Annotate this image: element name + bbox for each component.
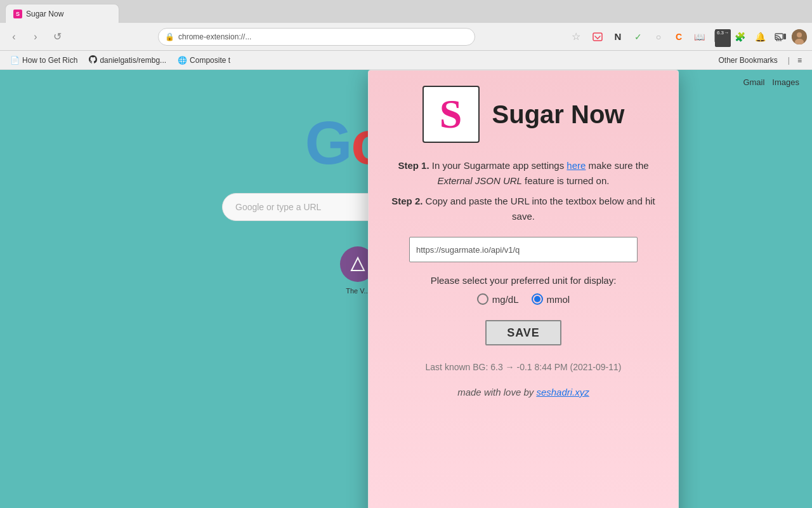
- last-known-text: Last known BG: 6.3 → -0.1 8:44 PM (2021-…: [426, 362, 622, 372]
- popup-body: Step 1. In your Sugarmate app settings h…: [390, 158, 657, 224]
- nav-bar: ‹ › ↺ 🔒 chrome-extension://... ☆ N ✓ ○ C…: [0, 23, 812, 51]
- svg-rect-0: [593, 33, 602, 41]
- other-bookmarks-divider: |: [788, 56, 790, 65]
- star-button[interactable]: ☆: [567, 28, 585, 46]
- step1-cont: make sure the: [589, 160, 649, 171]
- svg-point-4: [797, 32, 802, 37]
- popup-logo-letter: S: [440, 91, 462, 138]
- sugar-now-popup: S Sugar Now Step 1. In your Sugarmate ap…: [368, 70, 679, 508]
- mmol-label: mmol: [547, 294, 570, 305]
- toolbar-icons: N ✓ ○ C 📖 S 6.3→ 🧩 🔔: [589, 28, 807, 46]
- unit-label: Please select your preferred unit for di…: [431, 275, 617, 286]
- active-tab[interactable]: S Sugar Now: [5, 4, 119, 23]
- search-placeholder: Google or type a URL: [235, 202, 321, 212]
- extensions-icon-button[interactable]: 🧩: [731, 28, 749, 46]
- browser-chrome: S Sugar Now ‹ › ↺ 🔒 chrome-extension://.…: [0, 0, 812, 70]
- mgdl-option[interactable]: mg/dL: [477, 293, 519, 305]
- mgdl-label: mg/dL: [492, 294, 519, 305]
- pocket-icon-button[interactable]: [589, 28, 606, 46]
- tab-bar: S Sugar Now: [0, 0, 812, 23]
- bookmarks-menu-icon: ≡: [797, 56, 802, 65]
- popup-header: S Sugar Now: [422, 86, 625, 143]
- tab-title: Sugar Now: [26, 10, 63, 18]
- made-with: made with love by seshadri.xyz: [457, 387, 589, 398]
- notifications-icon-button[interactable]: 🔔: [751, 28, 769, 46]
- url-text: chrome-extension://...: [178, 32, 251, 41]
- bookmark-favicon-1: 📄: [10, 56, 20, 65]
- step2-text: Copy and paste the URL into the textbox …: [422, 196, 655, 222]
- address-bar-wrap: 🔒 chrome-extension://...: [70, 28, 563, 46]
- step1-text: In your Sugarmate app settings: [429, 160, 567, 171]
- address-bar[interactable]: 🔒 chrome-extension://...: [158, 28, 475, 46]
- seshadri-link[interactable]: seshadri.xyz: [536, 387, 589, 398]
- unit-section: Please select your preferred unit for di…: [431, 275, 617, 305]
- made-with-text: made with love by: [457, 387, 536, 398]
- gmail-link[interactable]: Gmail: [743, 77, 764, 87]
- page-content: Gmail Images Google Google or type a URL…: [0, 70, 812, 508]
- bookmark-label-1: How to Get Rich: [22, 56, 77, 65]
- tab-favicon: S: [13, 10, 22, 18]
- mgdl-radio[interactable]: [477, 293, 488, 305]
- bookmarks-bar: 📄 How to Get Rich danielgatis/rembg... 🌐…: [0, 51, 812, 70]
- lock-icon: 🔒: [165, 32, 174, 41]
- other-bookmarks-label: Other Bookmarks: [718, 56, 777, 65]
- crunchyroll-icon-button[interactable]: C: [670, 28, 688, 46]
- last-known-bg: Last known BG: 6.3 → -0.1 8:44 PM (2021-…: [426, 361, 622, 374]
- refresh-button[interactable]: ↺: [48, 28, 66, 46]
- mmol-radio[interactable]: [532, 293, 543, 305]
- user-avatar[interactable]: [792, 29, 807, 44]
- forward-button[interactable]: ›: [27, 28, 44, 46]
- bookmark-how-to-get-rich[interactable]: 📄 How to Get Rich: [5, 55, 82, 66]
- step2-label: Step 2.: [391, 196, 422, 206]
- badge: 6.3→: [715, 29, 731, 47]
- bookmark-favicon-2: [89, 55, 97, 65]
- popup-logo-box: S: [422, 86, 480, 143]
- bookmark-danielgatis[interactable]: danielgatis/rembg...: [84, 54, 171, 67]
- svg-marker-6: [351, 258, 364, 271]
- bookmark-favicon-3: 🌐: [178, 56, 187, 65]
- cast-icon-button[interactable]: [771, 28, 789, 46]
- back-button[interactable]: ‹: [5, 28, 23, 46]
- step1-label: Step 1.: [398, 160, 429, 171]
- popup-title: Sugar Now: [492, 100, 625, 129]
- svg-rect-2: [783, 34, 786, 39]
- mmol-option[interactable]: mmol: [532, 293, 570, 305]
- google-top-right: Gmail Images: [743, 77, 799, 87]
- sugar-now-ext-button[interactable]: S 6.3→: [710, 28, 728, 46]
- quick-link-label-1: The V...: [346, 287, 370, 295]
- notion-icon-button[interactable]: N: [609, 28, 627, 46]
- books-icon-button[interactable]: 📖: [690, 28, 708, 46]
- images-link[interactable]: Images: [772, 77, 799, 87]
- here-link[interactable]: here: [566, 160, 586, 171]
- circle-icon-button[interactable]: ○: [650, 28, 667, 46]
- bookmark-label-2: danielgatis/rembg...: [100, 56, 166, 65]
- other-bookmarks[interactable]: Other Bookmarks | ≡: [713, 55, 807, 66]
- url-input[interactable]: [409, 237, 638, 262]
- step1-cont2: feature is turned on.: [522, 175, 610, 186]
- bookmark-label-3: Composite t: [190, 56, 230, 65]
- radio-row: mg/dL mmol: [431, 293, 617, 305]
- step1-italic: External JSON URL: [438, 175, 522, 186]
- save-button[interactable]: SAVE: [485, 320, 561, 345]
- check-icon-button[interactable]: ✓: [629, 28, 647, 46]
- bookmark-composite[interactable]: 🌐 Composite t: [173, 55, 235, 66]
- mmol-radio-dot: [534, 296, 540, 302]
